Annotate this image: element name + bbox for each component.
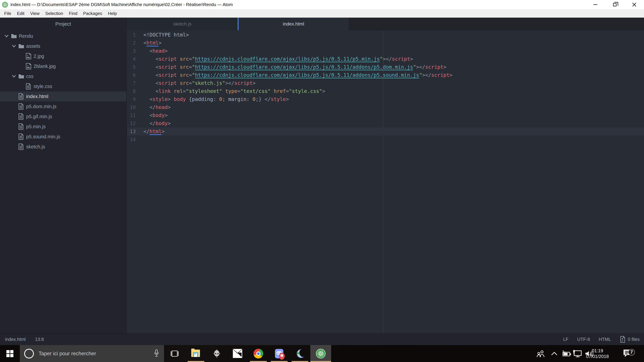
tree-item-style.css[interactable]: style.css [0,81,126,91]
status-bar: index.html 13:8 LF UTF-8 HTML 0 files [0,333,644,345]
task-view-button[interactable] [164,345,185,362]
tree-item-label: p5.sound.min.js [26,134,60,139]
tree-item-label: style.css [34,84,52,89]
menu-item-edit[interactable]: Edit [14,9,27,17]
code-line-5[interactable]: 5 <script src="https://cdnjs.cloudflare.… [127,63,644,71]
teamspeak-icon [295,349,305,359]
ethernet-network-icon [572,350,582,358]
tree-item-label: index.html [26,94,48,99]
tree-item-p5.gif.min.js[interactable]: p5.gif.min.js [0,111,126,122]
tree-item-2blank.jpg[interactable]: 2blank.jpg [0,61,126,71]
tree-item-p5.dom.min.js[interactable]: p5.dom.min.js [0,101,126,111]
taskbar-app-mail[interactable] [227,345,248,362]
git-status[interactable]: 0 files [620,336,640,343]
menu-bar: FileEditViewSelectionFindPackagesHelp [0,9,644,17]
taskbar-app-file-explorer[interactable] [186,345,206,362]
menu-item-file[interactable]: File [1,9,14,17]
tree-item-css[interactable]: css [0,71,126,81]
status-line-ending[interactable]: LF [563,337,568,342]
close-button[interactable] [624,0,644,9]
task-view-icon [171,350,178,357]
code-line-7[interactable]: 7 <script src="sketch.js"></script> [127,79,644,87]
running-indicator [292,361,308,362]
tree-item-index.html[interactable]: index.html [0,91,126,101]
menu-item-help[interactable]: Help [105,9,120,17]
status-encoding[interactable]: UTF-8 [577,337,590,342]
tab-sketch.js[interactable]: sketch.js [127,17,238,30]
status-filename[interactable]: index.html [5,337,26,342]
line-number: 10 [127,103,144,111]
search-placeholder: Taper ici pour rechercher [38,351,96,357]
code-line-8[interactable]: 8 <link rel="stylesheet" type="text/css"… [127,87,644,95]
chevron-up-icon [551,352,558,356]
taskbar-app-teamspeak[interactable] [290,345,310,362]
taskbar-clock[interactable]: 01:19 07/01/2018 [586,345,609,362]
code-line-10[interactable]: 10 </head> [127,103,644,111]
tree-item-p5.sound.min.js[interactable]: p5.sound.min.js [0,132,126,142]
start-button[interactable] [0,345,20,362]
chevron-down-icon[interactable] [12,74,16,79]
code-lines: 1<!DOCTYPE html>2<html>3 <head>4 <script… [127,31,644,143]
restore-button[interactable] [605,0,624,9]
menu-item-find[interactable]: Find [66,9,80,17]
notification-badge: 7 [628,349,635,356]
tree-item-label: 2blank.jpg [34,63,56,69]
code-line-3[interactable]: 3 <head> [127,47,644,55]
menu-item-packages[interactable]: Packages [80,9,105,17]
code-line-1[interactable]: 1<!DOCTYPE html> [127,31,644,39]
code-line-13[interactable]: 13</html> [127,127,644,135]
tray-overflow-button[interactable] [548,345,560,362]
git-file-count: 0 files [628,337,640,342]
line-number: 8 [127,87,144,95]
taskbar-search[interactable]: Taper ici pour rechercher [20,345,164,362]
code-text: <style> body {padding: 0; margin: 0;} </… [144,95,289,103]
battery-tray-button[interactable] [561,345,572,362]
microphone-icon[interactable] [154,349,159,358]
chevron-down-icon[interactable] [4,33,9,38]
code-line-6[interactable]: 6 <script src="https://cdnjs.cloudflare.… [127,71,644,79]
alienware-icon [212,349,222,359]
file-icon [26,83,32,89]
tree-item-Rendu[interactable]: Rendu [0,31,126,41]
code-text: <head> [144,47,168,55]
tab-index.html[interactable]: index.html [238,17,348,30]
line-number: 7 [127,79,144,87]
taskbar-app-atom[interactable] [310,345,331,362]
code-line-11[interactable]: 11 <body> [127,111,644,119]
menu-item-selection[interactable]: Selection [42,9,66,17]
tree-item-p5.min.js[interactable]: p5.min.js [0,122,126,132]
code-line-9[interactable]: 9 <style> body {padding: 0; margin: 0;} … [127,95,644,103]
running-indicator [250,361,267,362]
menu-item-view[interactable]: View [27,9,42,17]
code-text: <!DOCTYPE html> [144,31,189,39]
tree-item-label: p5.dom.min.js [26,104,56,109]
tree-item-label: css [26,74,34,79]
line-number: 9 [127,95,144,103]
running-indicator [271,361,288,362]
project-panel-title: Project [0,17,126,30]
code-line-14[interactable]: 14 [127,135,644,143]
taskbar-app-discord[interactable] [269,345,290,362]
code-text: </html> [144,127,164,135]
code-line-4[interactable]: 4 <script src="https://cdnjs.cloudflare.… [127,55,644,63]
people-tray-button[interactable] [535,345,547,362]
taskbar-app-chrome[interactable] [248,345,269,362]
chevron-down-icon[interactable] [12,43,16,49]
action-center-button[interactable]: 7 [623,345,632,362]
status-cursor-position[interactable]: 13:8 [35,337,44,342]
code-line-2[interactable]: 2<html> [127,39,644,47]
tree-item-sketch.js[interactable]: sketch.js [0,142,126,152]
file-icon [18,113,24,120]
taskbar-app-alienware[interactable] [206,345,227,362]
tree-item-assets[interactable]: assets [0,41,126,51]
tree-item-2.jpg[interactable]: 2.jpg [0,51,126,61]
cortana-icon [24,349,34,359]
discord-icon [275,349,283,358]
image-icon [26,63,32,69]
restore-icon [613,3,616,6]
code-line-12[interactable]: 12 </body> [127,119,644,127]
minimize-button[interactable] [586,0,605,9]
status-grammar[interactable]: HTML [599,337,611,342]
text-editor[interactable]: 1<!DOCTYPE html>2<html>3 <head>4 <script… [127,30,644,345]
network-tray-button[interactable] [572,345,583,362]
